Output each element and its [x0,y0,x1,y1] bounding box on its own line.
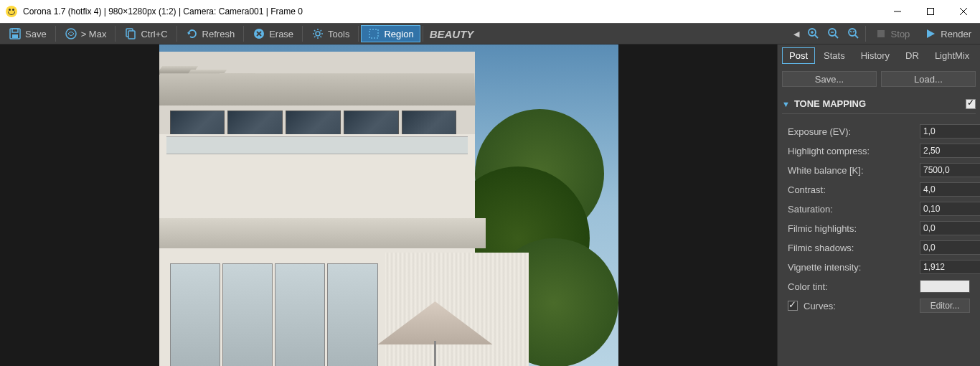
region-button[interactable]: Region [361,25,420,42]
render-viewport[interactable] [159,44,618,366]
panel-save-button[interactable]: Save... [782,71,877,87]
to-max-button[interactable]: > Max [58,25,113,42]
svg-rect-34 [877,30,885,37]
panel-tabs: Post Stats History DR LightMix [782,47,976,64]
section-enable-checkbox[interactable] [966,99,976,109]
param-curves: Curves: Editor... [788,299,970,313]
param-contrast: Contrast: ▲▼ [788,182,970,197]
vfb-side-panel: Post Stats History DR LightMix Save... L… [777,44,980,366]
zoom-in-icon [807,27,820,40]
zoom-in-button[interactable] [804,25,823,42]
save-button[interactable]: Save [2,25,53,42]
erase-button[interactable]: Erase [246,25,300,42]
svg-rect-6 [12,34,18,38]
panel-collapse-arrow[interactable]: ◀ [791,29,801,39]
saturation-input[interactable] [920,202,980,216]
viewport-container[interactable] [0,44,777,366]
refresh-icon [186,27,199,40]
app-icon [6,6,17,17]
separator [302,26,303,42]
svg-point-13 [316,32,320,36]
minimize-button[interactable] [881,0,914,23]
white-balance-input[interactable] [920,163,980,177]
zoom-fit-button[interactable] [844,25,863,42]
ctrl-c-button[interactable]: Ctrl+C [118,25,174,42]
tab-lightmix[interactable]: LightMix [928,47,976,64]
tab-stats[interactable]: Stats [816,47,852,64]
highlight-compress-input[interactable] [920,144,980,158]
exposure-input[interactable] [920,124,980,139]
main-toolbar: Save > Max Ctrl+C Refresh Erase [0,23,980,44]
render-pass-label[interactable]: BEAUTY [430,28,474,40]
app-window: Corona 1.7 (hotfix 4) | 980×1280px (1:2)… [0,0,980,366]
svg-rect-5 [12,29,18,32]
stop-button[interactable]: Stop [868,25,917,42]
separator [423,26,423,42]
window-controls [881,0,980,23]
svg-line-28 [835,35,838,38]
separator [55,26,56,42]
svg-line-21 [321,30,322,32]
close-button[interactable] [947,0,980,23]
refresh-button[interactable]: Refresh [179,25,242,42]
separator [243,26,244,42]
svg-line-31 [855,35,858,38]
section-expand-icon: ▼ [782,100,790,108]
param-filmic-shadows: Filmic shadows: ▲▼ [788,240,970,255]
region-icon [367,27,380,40]
svg-rect-9 [128,31,135,39]
gear-icon [311,27,324,40]
play-icon [924,27,937,40]
save-load-row: Save... Load... [782,71,976,87]
svg-point-7 [66,29,76,39]
zoom-out-button[interactable] [824,25,843,42]
svg-line-20 [314,37,316,38]
zoom-out-icon [827,27,840,40]
tab-post[interactable]: Post [782,47,815,64]
zoom-fit-icon [847,27,860,40]
copy-icon [124,27,137,40]
titlebar[interactable]: Corona 1.7 (hotfix 4) | 980×1280px (1:2)… [0,0,980,23]
section-tone-mapping[interactable]: ▼ TONE MAPPING [782,94,976,114]
filmic-highlights-input[interactable] [920,221,980,235]
tab-dr[interactable]: DR [898,47,926,64]
tab-history[interactable]: History [854,47,897,64]
contrast-input[interactable] [920,182,980,197]
panel-load-button[interactable]: Load... [881,71,976,87]
stop-icon [875,27,887,40]
param-white-balance: White balance [K]: ▲▼ [788,163,970,177]
filmic-shadows-input[interactable] [920,240,980,255]
svg-rect-22 [369,29,378,38]
param-exposure: Exposure (EV): ▲▼ [788,124,970,139]
svg-line-19 [321,37,322,38]
curves-editor-button[interactable]: Editor... [920,299,970,313]
render-button[interactable]: Render [918,25,978,42]
tone-mapping-params: Exposure (EV): ▲▼ Highlight compress: ▲▼ [782,117,976,316]
color-tint-swatch[interactable] [920,280,970,293]
separator [865,26,866,42]
main-area: Post Stats History DR LightMix Save... L… [0,44,980,366]
svg-line-24 [815,35,818,38]
param-vignette: Vignette intensity: ▲▼ [788,260,970,274]
svg-point-30 [849,29,856,36]
param-highlight-compress: Highlight compress: ▲▼ [788,144,970,158]
curves-checkbox[interactable] [788,301,798,311]
param-color-tint: Color tint: [788,279,970,294]
max-icon [65,27,77,40]
svg-line-33 [853,31,854,32]
param-saturation: Saturation: ▲▼ [788,202,970,216]
erase-icon [253,27,265,40]
separator [115,26,116,42]
svg-line-18 [314,30,316,32]
svg-line-32 [850,31,852,32]
separator [358,26,359,42]
app-body: Save > Max Ctrl+C Refresh Erase [0,23,980,366]
window-title: Corona 1.7 (hotfix 4) | 980×1280px (1:2)… [23,6,881,17]
save-icon [9,27,22,40]
param-filmic-highlights: Filmic highlights: ▲▼ [788,221,970,235]
maximize-button[interactable] [914,0,947,23]
tools-button[interactable]: Tools [305,25,356,42]
vignette-input[interactable] [920,260,980,274]
render-image [159,44,618,366]
separator [176,26,177,42]
